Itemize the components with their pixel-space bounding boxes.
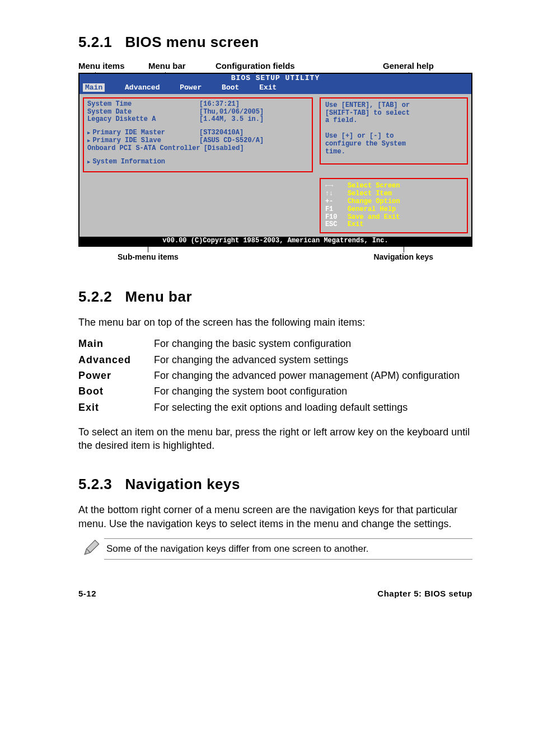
sec2-outro: To select an item on the menu bar, press…: [78, 425, 472, 453]
ann-menu-items: Menu items: [78, 61, 125, 71]
nav-desc: Save and Exit: [348, 214, 400, 222]
bios-tab-exit[interactable]: Exit: [259, 83, 277, 92]
field-value[interactable]: [ST320410A]: [199, 129, 308, 137]
nav-desc: Select Item: [348, 190, 392, 198]
sec-num: 5.2.3: [78, 476, 112, 492]
help-line: configure the System: [325, 140, 462, 148]
bios-help-box: Use [ENTER], [TAB] or [SHIFT-TAB] to sel…: [320, 97, 468, 165]
menu-label: Advanced: [78, 353, 154, 367]
sec-num: 5.2.1: [78, 34, 112, 50]
nav-key: F10: [325, 214, 348, 222]
help-line: a field.: [325, 117, 462, 125]
bios-nav-keys: ←→Select Screen ↑↓Select Item +-Change O…: [320, 178, 468, 233]
nav-desc: Select Screen: [348, 182, 400, 190]
ann-config-fields: Configuration fields: [216, 61, 295, 71]
nav-desc: Change Option: [348, 198, 400, 206]
bios-tab-power[interactable]: Power: [180, 83, 202, 92]
field-value[interactable]: [Disabled]: [200, 145, 308, 153]
bottom-annotations: Sub-menu items Navigation keys: [78, 252, 472, 261]
menu-desc: For selecting the exit options and loadi…: [154, 401, 472, 414]
page-number: 5-12: [78, 589, 96, 598]
bios-screenshot: BIOS SETUP UTILITY Main Advanced Power B…: [78, 73, 472, 247]
bios-config-area: System Time[16:37:21] System Date[Thu,01…: [83, 97, 313, 173]
field-label[interactable]: System Date: [87, 109, 199, 116]
field-value[interactable]: [ASUS CD-S520/A]: [199, 137, 308, 145]
nav-key: +-: [325, 198, 348, 206]
note-block: Some of the navigation keys differ from …: [78, 538, 472, 560]
sec-name: BIOS menu screen: [125, 34, 259, 50]
ann-submenu-items: Sub-menu items: [118, 252, 179, 261]
field-value[interactable]: [Thu,01/06/2005]: [199, 109, 308, 116]
bios-tab-advanced[interactable]: Advanced: [125, 83, 160, 92]
field-value[interactable]: [16:37:21]: [199, 101, 308, 109]
submenu-label[interactable]: Primary IDE Slave: [87, 137, 199, 145]
submenu-label[interactable]: System Information: [87, 158, 199, 166]
pencil-icon: [78, 538, 104, 560]
bios-title: BIOS SETUP UTILITY: [79, 74, 471, 83]
menu-desc: For changing the advanced power manageme…: [154, 369, 472, 382]
sec-num: 5.2.2: [78, 288, 112, 305]
nav-desc: General Help: [348, 206, 396, 214]
ann-general-help: General help: [383, 61, 434, 71]
bios-tab-main[interactable]: Main: [83, 83, 105, 92]
section-523-title: 5.2.3 Navigation keys: [78, 476, 472, 493]
help-line: Use [ENTER], [TAB] or: [325, 102, 462, 110]
field-label[interactable]: Legacy Diskette A: [87, 116, 199, 124]
menu-desc: For changing the basic system configurat…: [154, 337, 472, 350]
help-line: Use [+] or [-] to: [325, 133, 462, 140]
note-text: Some of the navigation keys differ from …: [104, 538, 472, 560]
ann-nav-keys: Navigation keys: [373, 252, 433, 261]
menu-label: Exit: [78, 401, 154, 414]
help-line: time.: [325, 148, 462, 156]
top-annotations: Menu items Menu bar Configuration fields…: [78, 61, 472, 71]
menu-desc: For changing the system boot configurati…: [154, 384, 472, 398]
section-522-title: 5.2.2 Menu bar: [78, 288, 472, 306]
chapter-label: Chapter 5: BIOS setup: [377, 589, 472, 598]
nav-desc: Exit: [348, 221, 364, 229]
menu-label: Main: [78, 337, 154, 350]
field-value[interactable]: [1.44M, 3.5 in.]: [199, 116, 308, 124]
nav-key: ←→: [325, 182, 348, 190]
sec2-intro: The menu bar on top of the screen has th…: [78, 316, 472, 329]
menu-label: Boot: [78, 384, 154, 398]
bios-tab-boot[interactable]: Boot: [222, 83, 239, 92]
nav-key: F1: [325, 206, 348, 214]
nav-key: ESC: [325, 221, 348, 229]
menu-desc: For changing the advanced system setting…: [154, 353, 472, 367]
bios-copyright: v00.00 (C)Copyright 1985-2003, American …: [79, 237, 471, 246]
sec3-para: At the bottom right corner of a menu scr…: [78, 503, 472, 530]
field-label[interactable]: Onboard PCI S-ATA Controller: [87, 145, 200, 153]
submenu-label[interactable]: Primary IDE Master: [87, 129, 199, 137]
page-footer: 5-12 Chapter 5: BIOS setup: [0, 589, 534, 612]
bios-menubar: Main Advanced Power Boot Exit: [79, 83, 471, 94]
help-line: [SHIFT-TAB] to select: [325, 110, 462, 118]
section-521-title: 5.2.1 BIOS menu screen: [78, 34, 472, 51]
ann-menu-bar: Menu bar: [148, 61, 186, 71]
menu-bar-table: MainFor changing the basic system config…: [78, 337, 472, 414]
nav-key: ↑↓: [325, 190, 348, 198]
sec-name: Navigation keys: [125, 476, 240, 492]
menu-label: Power: [78, 369, 154, 382]
field-label[interactable]: System Time: [87, 101, 199, 109]
sec-name: Menu bar: [125, 288, 193, 305]
